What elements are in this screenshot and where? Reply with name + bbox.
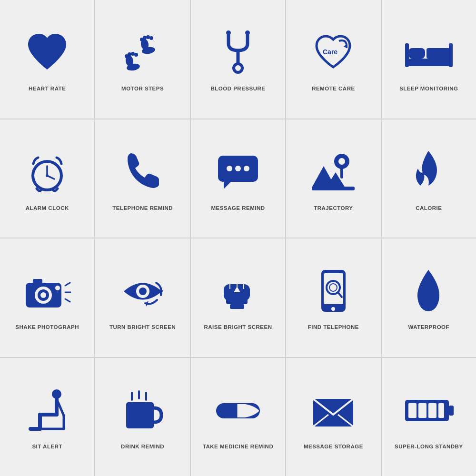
cell-raise-bright-screen: RAISE BRIGHT SCREEN (191, 238, 285, 357)
motor-steps-label: MOTOR STEPS (121, 86, 164, 91)
svg-point-32 (235, 166, 241, 171)
cell-remote-care: Care REMOTE CARE (286, 0, 380, 119)
message-remind-icon (214, 146, 262, 198)
trajectory-icon (309, 146, 357, 198)
svg-rect-87 (418, 403, 426, 418)
super-long-standby-label: SUPER-LONG STANDBY (395, 444, 463, 449)
cell-calorie: CALORIE (382, 119, 476, 238)
cell-take-medicine-remind: TAKE MEDICINE REMIND (191, 358, 285, 476)
svg-rect-89 (438, 403, 444, 418)
turn-bright-screen-label: TURN BRIGHT SCREEN (109, 324, 176, 330)
svg-line-46 (65, 283, 70, 286)
svg-rect-85 (449, 406, 454, 416)
cell-alarm-clock: ALARM CLOCK (0, 119, 94, 238)
find-telephone-icon (316, 265, 351, 317)
blood-pressure-icon (219, 27, 257, 79)
svg-text:Care: Care (323, 48, 337, 56)
svg-point-35 (338, 158, 345, 165)
sleep-monitoring-icon (403, 27, 455, 79)
svg-point-9 (143, 36, 147, 40)
cell-message-storage: MESSAGE STORAGE (286, 358, 380, 476)
svg-point-5 (134, 53, 138, 57)
cell-trajectory: TRAJECTORY (286, 119, 380, 238)
cell-sit-alert: SIT ALERT (0, 358, 94, 476)
telephone-remind-label: TELEPHONE REMIND (112, 205, 173, 211)
raise-bright-screen-label: RAISE BRIGHT SCREEN (204, 324, 272, 330)
sit-alert-label: SIT ALERT (32, 444, 62, 449)
svg-point-3 (128, 52, 131, 56)
cell-telephone-remind: TELEPHONE REMIND (95, 119, 189, 238)
drink-remind-label: DRINK REMIND (121, 444, 164, 449)
calorie-icon (411, 146, 446, 198)
svg-rect-39 (312, 187, 355, 190)
svg-point-50 (139, 288, 147, 295)
svg-point-43 (40, 292, 46, 298)
svg-point-45 (55, 286, 60, 290)
waterproof-icon (411, 265, 446, 317)
cell-find-telephone: FIND TELEPHONE (286, 238, 380, 357)
cell-turn-bright-screen: TURN BRIGHT SCREEN (95, 238, 189, 357)
cell-blood-pressure: BLOOD PRESSURE (191, 0, 285, 119)
drink-remind-icon (122, 385, 163, 437)
svg-point-28 (46, 174, 49, 177)
cell-super-long-standby: SUPER-LONG STANDBY (382, 358, 476, 476)
message-storage-icon (309, 385, 357, 437)
motor-steps-icon (119, 27, 167, 79)
raise-bright-screen-icon (212, 265, 264, 317)
svg-point-16 (235, 65, 241, 71)
alarm-clock-label: ALARM CLOCK (26, 205, 69, 211)
take-medicine-remind-label: TAKE MEDICINE REMIND (203, 444, 273, 449)
svg-point-33 (244, 166, 249, 171)
cell-heart-rate: HEART RATE (0, 0, 94, 119)
calorie-label: CALORIE (416, 205, 442, 211)
message-remind-label: MESSAGE REMIND (211, 205, 265, 211)
blood-pressure-label: BLOOD PRESSURE (210, 86, 265, 91)
alarm-clock-icon (25, 146, 70, 198)
cell-drink-remind: DRINK REMIND (95, 358, 189, 476)
telephone-remind-icon (124, 146, 162, 198)
svg-rect-21 (405, 59, 453, 66)
remote-care-label: REMOTE CARE (312, 86, 355, 91)
message-storage-label: MESSAGE STORAGE (304, 444, 363, 449)
cell-sleep-monitoring: SLEEP MONITORING (382, 0, 476, 119)
feature-grid: HEART RATE MOTOR STEPS (0, 0, 476, 476)
sit-alert-icon (26, 385, 69, 437)
svg-rect-22 (408, 48, 425, 59)
shake-photograph-label: SHAKE PHOTOGRAPH (15, 324, 79, 330)
take-medicine-remind-icon (214, 385, 262, 437)
trajectory-label: TRAJECTORY (314, 205, 353, 211)
svg-rect-88 (428, 403, 436, 418)
svg-rect-86 (408, 403, 416, 418)
svg-point-4 (131, 52, 135, 56)
find-telephone-label: FIND TELEPHONE (308, 324, 359, 330)
remote-care-icon: Care (309, 27, 357, 79)
cell-message-remind: MESSAGE REMIND (191, 119, 285, 238)
heart-rate-label: HEART RATE (29, 86, 66, 91)
svg-rect-58 (230, 304, 244, 309)
svg-rect-44 (33, 279, 42, 284)
heart-rate-icon (23, 27, 71, 79)
svg-line-48 (65, 299, 70, 302)
sleep-monitoring-label: SLEEP MONITORING (399, 86, 458, 91)
shake-photograph-icon (23, 265, 71, 317)
super-long-standby-icon (403, 385, 455, 437)
svg-point-10 (146, 35, 150, 39)
svg-rect-74 (126, 402, 154, 428)
waterproof-label: WATERPROOF (408, 324, 450, 330)
cell-shake-photograph: SHAKE PHOTOGRAPH (0, 238, 94, 357)
svg-rect-23 (426, 48, 453, 59)
svg-point-31 (227, 166, 232, 171)
svg-point-11 (149, 36, 153, 40)
svg-point-62 (331, 307, 335, 311)
cell-waterproof: WATERPROOF (382, 238, 476, 357)
svg-marker-30 (224, 182, 231, 189)
turn-bright-screen-icon (119, 265, 167, 317)
cell-motor-steps: MOTOR STEPS (95, 0, 189, 119)
